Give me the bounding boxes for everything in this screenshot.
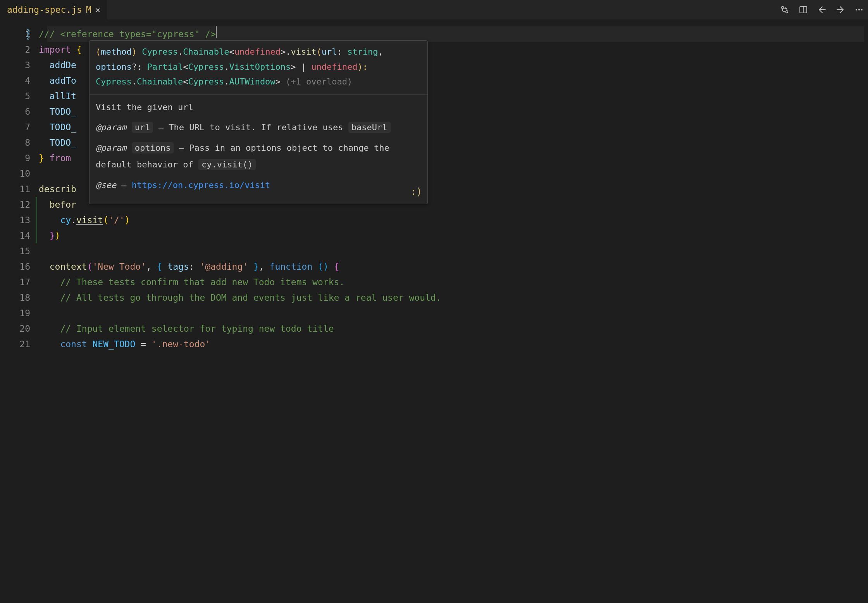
more-actions-icon[interactable] <box>855 5 863 14</box>
hover-badge: :) <box>411 184 422 200</box>
tab-filename: adding-spec.js <box>7 5 82 15</box>
code-line: // Input element selector for typing new… <box>39 321 868 336</box>
hover-param: @param url — The URL to visit. If relati… <box>96 119 421 136</box>
doc-link[interactable]: https://on.cypress.io/visit <box>132 180 270 190</box>
code-line: const NEW_TODO = '.new-todo' <box>39 336 868 352</box>
svg-point-1 <box>786 11 788 13</box>
editor-area[interactable]: 1 2345 6789 10111213 14151617 18192021 /… <box>0 19 868 603</box>
svg-point-8 <box>861 9 863 10</box>
svg-point-7 <box>858 9 860 10</box>
code-line <box>39 305 868 321</box>
hover-desc: Visit the given url <box>96 99 421 116</box>
hover-signature: (method) Cypress.Chainable<undefined>.vi… <box>90 41 427 95</box>
code-line <box>39 243 868 259</box>
code-line: cy.visit('/') <box>39 212 868 228</box>
code-line: /// <reference types="cypress" /> <box>39 26 868 42</box>
svg-point-6 <box>856 9 857 10</box>
text-cursor <box>216 26 217 38</box>
code-line: // These tests confirm that add new Todo… <box>39 274 868 290</box>
hover-see: @see — https://on.cypress.io/visit <box>96 177 421 194</box>
code-line: context('New Todo', { tags: '@adding' },… <box>39 259 868 274</box>
hover-tooltip: (method) Cypress.Chainable<undefined>.vi… <box>89 40 428 204</box>
code-line: }) <box>39 228 868 243</box>
tab-bar: adding-spec.js M × <box>0 0 868 19</box>
close-icon[interactable]: × <box>95 5 100 15</box>
tab-file[interactable]: adding-spec.js M × <box>0 0 107 19</box>
hover-documentation: Visit the given url @param url — The URL… <box>90 95 427 204</box>
hover-param: @param options — Pass in an options obje… <box>96 140 421 173</box>
nav-back-icon[interactable] <box>818 5 826 14</box>
split-editor-icon[interactable] <box>799 5 808 14</box>
tab-modified-indicator: M <box>86 5 91 15</box>
nav-forward-icon[interactable] <box>836 5 845 14</box>
svg-point-0 <box>782 7 784 9</box>
code-line: // All tests go through the DOM and even… <box>39 290 868 305</box>
line-number-gutter: 1 2345 6789 10111213 14151617 18192021 <box>0 19 39 603</box>
compare-changes-icon[interactable] <box>780 5 789 14</box>
